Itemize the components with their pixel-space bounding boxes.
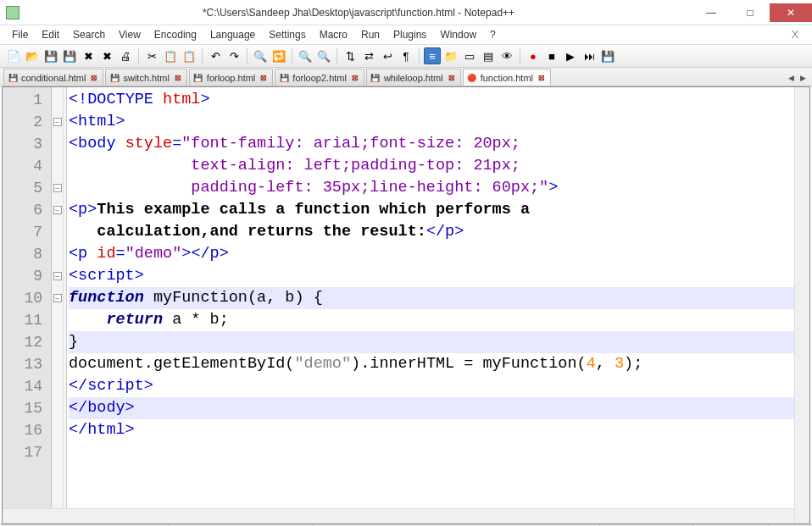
tab-function-html[interactable]: 🔴function.html⊠ bbox=[463, 69, 551, 86]
save-icon[interactable]: 💾 bbox=[42, 47, 59, 64]
fold-column[interactable]: −−−−− bbox=[52, 87, 64, 523]
sync-h-icon[interactable]: ⇄ bbox=[360, 47, 377, 64]
copy-icon[interactable]: 📋 bbox=[162, 47, 179, 64]
zoom-in-icon[interactable]: 🔍 bbox=[297, 47, 314, 64]
undo-icon[interactable]: ↶ bbox=[207, 47, 224, 64]
record-icon[interactable]: ● bbox=[525, 47, 542, 64]
code-line[interactable]: </script> bbox=[69, 375, 794, 397]
saved-file-icon: 💾 bbox=[279, 73, 289, 83]
code-line[interactable]: function myFunction(a, b) { bbox=[69, 287, 794, 309]
allchars-icon[interactable]: ¶ bbox=[398, 47, 414, 64]
code-line[interactable]: <script> bbox=[69, 265, 794, 287]
save-all-icon[interactable]: 💾 bbox=[61, 47, 78, 64]
code-line[interactable]: </body> bbox=[69, 397, 794, 419]
code-line[interactable]: <p id="demo"></p> bbox=[69, 243, 794, 265]
doc-map-icon[interactable]: ▭ bbox=[461, 47, 478, 64]
tab-label: switch.html bbox=[123, 73, 169, 83]
close-all-icon[interactable]: ✖ bbox=[98, 47, 115, 64]
line-gutter: 1234567891011121314151617 bbox=[3, 87, 52, 523]
stop-icon[interactable]: ■ bbox=[543, 47, 560, 64]
fold-toggle-icon[interactable]: − bbox=[53, 294, 62, 302]
tab-label: function.html bbox=[481, 73, 533, 83]
cut-icon[interactable]: ✂ bbox=[143, 47, 160, 64]
menubar: File Edit Search View Encoding Language … bbox=[0, 25, 812, 44]
print-icon[interactable]: 🖨 bbox=[117, 47, 134, 64]
code-line[interactable]: calculation,and returns the result:</p> bbox=[69, 221, 794, 243]
new-file-icon[interactable]: 📄 bbox=[5, 47, 22, 64]
vertical-scrollbar[interactable] bbox=[794, 87, 809, 523]
tab-close-icon[interactable]: ⊠ bbox=[447, 73, 457, 83]
folder-icon[interactable]: 📁 bbox=[442, 47, 459, 64]
close-file-icon[interactable]: ✖ bbox=[80, 47, 97, 64]
fold-toggle-icon[interactable]: − bbox=[53, 184, 62, 192]
tab-label: forloop.html bbox=[207, 73, 255, 83]
horizontal-scrollbar[interactable] bbox=[3, 508, 794, 523]
titlebar: *C:\Users\Sandeep Jha\Desktop\javascript… bbox=[0, 0, 812, 25]
tab-switch-html[interactable]: 💾switch.html⊠ bbox=[105, 69, 186, 86]
menu-encoding[interactable]: Encoding bbox=[149, 27, 202, 42]
close-button[interactable]: ✕ bbox=[770, 3, 812, 22]
maximize-button[interactable]: □ bbox=[731, 3, 770, 22]
tab-close-icon[interactable]: ⊠ bbox=[259, 73, 269, 83]
menu-close-x[interactable]: X bbox=[787, 27, 805, 42]
sync-v-icon[interactable]: ⇅ bbox=[342, 47, 359, 64]
menu-language[interactable]: Language bbox=[205, 27, 260, 42]
wrap-icon[interactable]: ↩ bbox=[379, 47, 396, 64]
menu-plugins[interactable]: Plugins bbox=[388, 27, 431, 42]
tab-label: conditional.html bbox=[21, 73, 86, 83]
replace-icon[interactable]: 🔁 bbox=[270, 47, 287, 64]
menu-search[interactable]: Search bbox=[68, 27, 110, 42]
func-list-icon[interactable]: ▤ bbox=[480, 47, 497, 64]
monitoring-icon[interactable]: 👁 bbox=[498, 47, 515, 64]
paste-icon[interactable]: 📋 bbox=[181, 47, 197, 64]
fold-toggle-icon[interactable]: − bbox=[53, 118, 62, 126]
open-file-icon[interactable]: 📂 bbox=[24, 47, 41, 64]
code-line[interactable]: document.getElementById("demo").innerHTM… bbox=[69, 353, 794, 375]
menu-window[interactable]: Window bbox=[435, 27, 481, 42]
tab-whileloop-html[interactable]: 💾whileloop.html⊠ bbox=[366, 69, 461, 86]
saved-file-icon: 💾 bbox=[370, 73, 381, 83]
save-macro-icon[interactable]: 💾 bbox=[599, 47, 616, 64]
toolbar: 📄 📂 💾 💾 ✖ ✖ 🖨 ✂ 📋 📋 ↶ ↷ 🔍 🔁 🔍 🔍 ⇅ ⇄ ↩ ¶ … bbox=[0, 44, 812, 68]
find-icon[interactable]: 🔍 bbox=[252, 47, 269, 64]
menu-view[interactable]: View bbox=[114, 27, 146, 42]
menu-edit[interactable]: Edit bbox=[36, 27, 64, 42]
play-multi-icon[interactable]: ⏭ bbox=[581, 47, 598, 64]
saved-file-icon: 💾 bbox=[109, 73, 120, 83]
tab-bar: 💾conditional.html⊠💾switch.html⊠💾forloop.… bbox=[0, 68, 812, 86]
redo-icon[interactable]: ↷ bbox=[225, 47, 242, 64]
saved-file-icon: 💾 bbox=[8, 73, 18, 83]
tab-scroll-right-icon[interactable]: ▶ bbox=[797, 70, 809, 86]
menu-macro[interactable]: Macro bbox=[314, 27, 353, 42]
code-line[interactable]: <html> bbox=[69, 111, 794, 133]
play-icon[interactable]: ▶ bbox=[562, 47, 579, 64]
tab-label: forloop2.html bbox=[292, 73, 347, 83]
tab-forloop2-html[interactable]: 💾forloop2.html⊠ bbox=[275, 69, 364, 86]
zoom-out-icon[interactable]: 🔍 bbox=[315, 47, 332, 64]
minimize-button[interactable]: — bbox=[692, 3, 731, 22]
fold-toggle-icon[interactable]: − bbox=[53, 272, 62, 280]
tab-close-icon[interactable]: ⊠ bbox=[350, 73, 360, 83]
code-line[interactable]: </html> bbox=[69, 419, 794, 441]
code-line[interactable] bbox=[69, 441, 794, 463]
menu-file[interactable]: File bbox=[7, 27, 33, 42]
tab-close-icon[interactable]: ⊠ bbox=[537, 73, 547, 83]
tab-close-icon[interactable]: ⊠ bbox=[173, 73, 183, 83]
indent-guide-icon[interactable]: ≡ bbox=[424, 47, 441, 64]
menu-help[interactable]: ? bbox=[485, 27, 501, 42]
tab-scroll-left-icon[interactable]: ◀ bbox=[785, 70, 797, 86]
tab-forloop-html[interactable]: 💾forloop.html⊠ bbox=[189, 69, 273, 86]
menu-settings[interactable]: Settings bbox=[264, 27, 310, 42]
menu-run[interactable]: Run bbox=[356, 27, 385, 42]
code-line[interactable]: padding-left: 35px;line-height: 60px;"> bbox=[69, 177, 794, 199]
code-line[interactable]: text-align: left;padding-top: 21px; bbox=[69, 155, 794, 177]
tab-close-icon[interactable]: ⊠ bbox=[89, 73, 99, 83]
code-line[interactable]: <p>This example calls a function which p… bbox=[69, 199, 794, 221]
tab-conditional-html[interactable]: 💾conditional.html⊠ bbox=[3, 69, 103, 86]
fold-toggle-icon[interactable]: − bbox=[53, 206, 62, 214]
code-line[interactable]: } bbox=[69, 331, 794, 353]
code-line[interactable]: return a * b; bbox=[69, 309, 794, 331]
code-line[interactable]: <body style="font-family: arial;font-siz… bbox=[69, 133, 794, 155]
code-area[interactable]: <!DOCTYPE html><html><body style="font-f… bbox=[67, 87, 794, 523]
code-line[interactable]: <!DOCTYPE html> bbox=[69, 89, 794, 111]
